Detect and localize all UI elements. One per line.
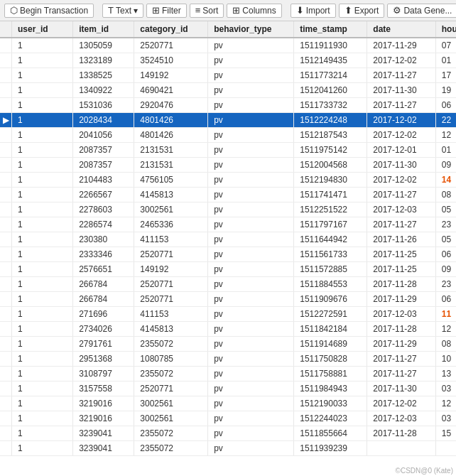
col-header-item-id[interactable]: item_id [73, 21, 134, 38]
cell-category_id: 4801426 [134, 128, 208, 143]
import-button[interactable]: ⬇ Import [291, 4, 336, 18]
cell-item_id: 2576651 [73, 262, 134, 277]
cell-time_stamp: 1511855664 [294, 426, 367, 441]
col-header-time-stamp[interactable]: time_stamp [294, 21, 367, 38]
sort-button[interactable]: ≡ Sort [190, 4, 224, 18]
cell-user_id: 1 [12, 232, 73, 247]
cell-behavior_type: pv [208, 441, 294, 456]
table-row[interactable]: 121044834756105pv15121948302017-12-0214 [0, 173, 456, 188]
table-row[interactable]: 129513681080785pv15117508282017-11-2710 [0, 352, 456, 367]
cell-date: 2017-12-02 [367, 113, 435, 128]
row-indicator [0, 38, 12, 53]
col-header-date[interactable]: date [367, 21, 435, 38]
cell-date: 2017-11-26 [367, 232, 435, 247]
col-header-behavior-type[interactable]: behavior_type [208, 21, 294, 38]
text-icon: T [108, 6, 114, 15]
table-row[interactable]: 132190163002561pv15122440232017-12-0303 [0, 411, 456, 426]
cell-category_id: 2520771 [134, 38, 208, 53]
col-header-category-id[interactable]: category_id [134, 21, 208, 38]
cell-time_stamp: 1512187543 [294, 128, 367, 143]
table-row[interactable]: 12667842520771pv15118845532017-11-2823 [0, 277, 456, 292]
text-button[interactable]: T Text ▾ [102, 4, 143, 18]
table-row[interactable]: 131087972355072pv15117588812017-11-2713 [0, 367, 456, 382]
cell-behavior_type: pv [208, 247, 294, 262]
cell-date: 2017-11-27 [367, 98, 435, 113]
cell-behavior_type: pv [208, 262, 294, 277]
row-indicator [0, 262, 12, 277]
cell-item_id: 2087357 [73, 143, 134, 158]
table-row[interactable]: 120873572131531pv15119751422017-12-0101 [0, 143, 456, 158]
filter-label: Filter [162, 6, 181, 16]
cell-hour: 23 [435, 217, 456, 232]
table-row[interactable]: 120873572131531pv15120045682017-11-3009 [0, 158, 456, 173]
cell-time_stamp: 1512149435 [294, 53, 367, 68]
export-button[interactable]: ⬆ Export [339, 4, 385, 18]
table-row[interactable]: 122786033002561pv15122515222017-12-0305 [0, 202, 456, 217]
cell-date: 2017-12-02 [367, 53, 435, 68]
table-row[interactable]: 132390412355072pv15118556642017-11-2815 [0, 426, 456, 441]
cell-item_id: 2286574 [73, 217, 134, 232]
table-row[interactable]: 113231893524510pv15121494352017-12-0201 [0, 53, 456, 68]
cell-hour: 08 [435, 188, 456, 202]
cell-item_id: 1305059 [73, 38, 134, 53]
cell-behavior_type: pv [208, 396, 294, 411]
row-indicator [0, 382, 12, 396]
columns-button[interactable]: ⊞ Columns [227, 4, 281, 18]
row-indicator [0, 396, 12, 411]
table-row[interactable]: 131575582520771pv15119849432017-11-3003 [0, 382, 456, 396]
cell-category_id: 2355072 [134, 441, 208, 456]
cell-time_stamp: 1512244023 [294, 411, 367, 426]
table-row[interactable]: 113409224690421pv15120412602017-11-3019 [0, 83, 456, 98]
text-dropdown-icon: ▾ [134, 6, 138, 16]
table-row[interactable]: 122665674145813pv15117414712017-11-2708 [0, 188, 456, 202]
row-indicator [0, 292, 12, 307]
cell-item_id: 2278603 [73, 202, 134, 217]
begin-transaction-button[interactable]: ⬡ Begin Transaction [4, 4, 94, 18]
table-row[interactable]: 1271696411153pv15122725912017-12-0311 [0, 307, 456, 322]
table-row[interactable]: 12576651149192pv15115728852017-11-2509 [0, 262, 456, 277]
row-indicator: ▶ [0, 113, 12, 128]
cell-behavior_type: pv [208, 367, 294, 382]
cell-hour: 23 [435, 277, 456, 292]
table-row[interactable]: 123333462520771pv15115617332017-11-2506 [0, 247, 456, 262]
cell-category_id: 3002561 [134, 396, 208, 411]
table-row[interactable]: 127917612355072pv15119146892017-11-2908 [0, 337, 456, 352]
cell-user_id: 1 [12, 367, 73, 382]
row-indicator [0, 202, 12, 217]
cell-time_stamp: 1511773214 [294, 68, 367, 83]
cell-date: 2017-11-27 [367, 367, 435, 382]
col-header-user-id[interactable]: user_id [12, 21, 73, 38]
cell-user_id: 1 [12, 38, 73, 53]
table-row[interactable]: 132190163002561pv15121900332017-12-0212 [0, 396, 456, 411]
table-row[interactable]: 132390412355072pv1511939239 [0, 441, 456, 456]
cell-hour: 14 [435, 173, 456, 188]
table-container[interactable]: user_id item_id category_id behavior_typ… [0, 21, 456, 476]
cell-category_id: 2355072 [134, 426, 208, 441]
table-row[interactable]: 11338525149192pv15117732142017-11-2717 [0, 68, 456, 83]
table-row[interactable]: 120410564801426pv15121875432017-12-0212 [0, 128, 456, 143]
cell-category_id: 2465336 [134, 217, 208, 232]
table-row[interactable]: 115310362920476pv15117337322017-11-2706 [0, 98, 456, 113]
table-row[interactable]: 127340264145813pv15118421842017-11-2812 [0, 322, 456, 337]
data-generator-button[interactable]: ⚙ Data Gene... [387, 4, 456, 18]
table-row[interactable]: 113050592520771pv15119119302017-11-2907 [0, 38, 456, 53]
cell-behavior_type: pv [208, 68, 294, 83]
cell-hour: 08 [435, 337, 456, 352]
cell-item_id: 2951368 [73, 352, 134, 367]
table-row[interactable]: ▶120284344801426pv15122242482017-12-0222 [0, 113, 456, 128]
cell-item_id: 3157558 [73, 382, 134, 396]
row-indicator [0, 217, 12, 232]
row-indicator-header [0, 21, 12, 38]
filter-button[interactable]: ⊞ Filter [146, 4, 187, 18]
table-row[interactable]: 12667842520771pv15119096762017-11-2906 [0, 292, 456, 307]
cell-time_stamp: 1511975142 [294, 143, 367, 158]
table-row[interactable]: 122865742465336pv15117971672017-11-2723 [0, 217, 456, 232]
col-header-hour[interactable]: hour [435, 21, 456, 38]
cell-date: 2017-12-03 [367, 411, 435, 426]
table-row[interactable]: 1230380411153pv15116449422017-11-2605 [0, 232, 456, 247]
text-label: Text [116, 6, 131, 16]
cell-hour: 10 [435, 352, 456, 367]
cell-category_id: 3002561 [134, 411, 208, 426]
cell-item_id: 2041056 [73, 128, 134, 143]
cell-behavior_type: pv [208, 382, 294, 396]
